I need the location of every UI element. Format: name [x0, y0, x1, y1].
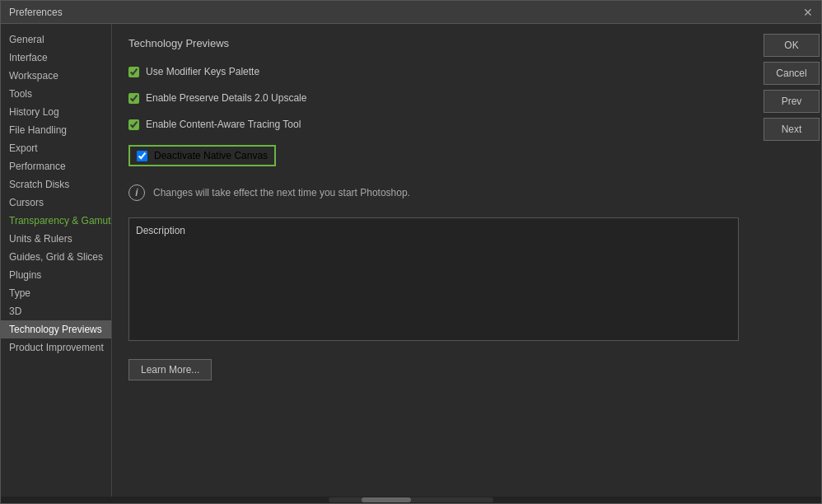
- main-content: Technology Previews Use Modifier Keys Pa…: [112, 24, 755, 497]
- preferences-dialog: Preferences ✕ General Interface Workspac…: [0, 0, 822, 504]
- sidebar-item-performance[interactable]: Performance: [1, 157, 111, 175]
- right-buttons-panel: OK Cancel Prev Next: [755, 24, 821, 497]
- dialog-body: General Interface Workspace Tools Histor…: [1, 24, 821, 497]
- sidebar: General Interface Workspace Tools Histor…: [1, 24, 112, 497]
- sidebar-item-cursors[interactable]: Cursors: [1, 194, 111, 212]
- enable-content-aware-checkbox[interactable]: [128, 119, 139, 130]
- ok-button[interactable]: OK: [764, 34, 820, 57]
- sidebar-item-transparency-gamut[interactable]: Transparency & Gamut: [1, 212, 111, 230]
- checkbox-row-3: Enable Content-Aware Tracing Tool: [128, 119, 739, 130]
- section-title: Technology Previews: [128, 37, 739, 49]
- use-modifier-keys-label[interactable]: Use Modifier Keys Palette: [146, 66, 259, 77]
- sidebar-item-plugins[interactable]: Plugins: [1, 266, 111, 284]
- checkbox-row-2: Enable Preserve Details 2.0 Upscale: [128, 92, 739, 104]
- sidebar-item-general[interactable]: General: [1, 30, 111, 49]
- description-title: Description: [136, 225, 731, 236]
- sidebar-item-export[interactable]: Export: [1, 139, 111, 157]
- sidebar-item-scratch-disks[interactable]: Scratch Disks: [1, 175, 111, 194]
- info-icon: i: [128, 184, 145, 201]
- checkbox-row-1: Use Modifier Keys Palette: [128, 66, 739, 77]
- scrollbar-thumb[interactable]: [362, 497, 411, 502]
- use-modifier-keys-checkbox[interactable]: [128, 67, 139, 77]
- deactivate-native-canvas-label[interactable]: Deactivate Native Canvas: [154, 150, 268, 161]
- sidebar-item-product-improvement[interactable]: Product Improvement: [1, 338, 111, 357]
- sidebar-item-units-rulers[interactable]: Units & Rulers: [1, 230, 111, 248]
- sidebar-item-type[interactable]: Type: [1, 284, 111, 302]
- sidebar-item-technology-previews[interactable]: Technology Previews: [1, 320, 111, 338]
- sidebar-item-tools[interactable]: Tools: [1, 85, 111, 103]
- info-row: i Changes will take effect the next time…: [128, 184, 739, 201]
- sidebar-item-interface[interactable]: Interface: [1, 49, 111, 67]
- cancel-button[interactable]: Cancel: [764, 62, 820, 85]
- sidebar-item-3d[interactable]: 3D: [1, 302, 111, 320]
- info-message: Changes will take effect the next time y…: [153, 187, 410, 198]
- sidebar-item-file-handling[interactable]: File Handling: [1, 121, 111, 139]
- close-button[interactable]: ✕: [803, 7, 813, 18]
- title-bar: Preferences ✕: [1, 1, 821, 24]
- enable-preserve-details-label[interactable]: Enable Preserve Details 2.0 Upscale: [146, 92, 306, 104]
- enable-preserve-details-checkbox[interactable]: [128, 93, 139, 104]
- enable-content-aware-label[interactable]: Enable Content-Aware Tracing Tool: [146, 119, 301, 130]
- scrollbar-bottom: [1, 497, 821, 503]
- sidebar-item-guides-grid-slices[interactable]: Guides, Grid & Slices: [1, 248, 111, 266]
- dialog-title: Preferences: [9, 7, 63, 18]
- prev-button[interactable]: Prev: [764, 90, 820, 113]
- highlighted-checkbox-row: Deactivate Native Canvas: [128, 145, 276, 166]
- sidebar-item-workspace[interactable]: Workspace: [1, 67, 111, 85]
- scrollbar-track: [329, 497, 493, 502]
- description-box: Description: [128, 217, 739, 341]
- learn-more-button[interactable]: Learn More...: [128, 359, 212, 380]
- deactivate-native-canvas-checkbox[interactable]: [137, 151, 147, 161]
- sidebar-item-history-log[interactable]: History Log: [1, 103, 111, 121]
- next-button[interactable]: Next: [764, 118, 820, 141]
